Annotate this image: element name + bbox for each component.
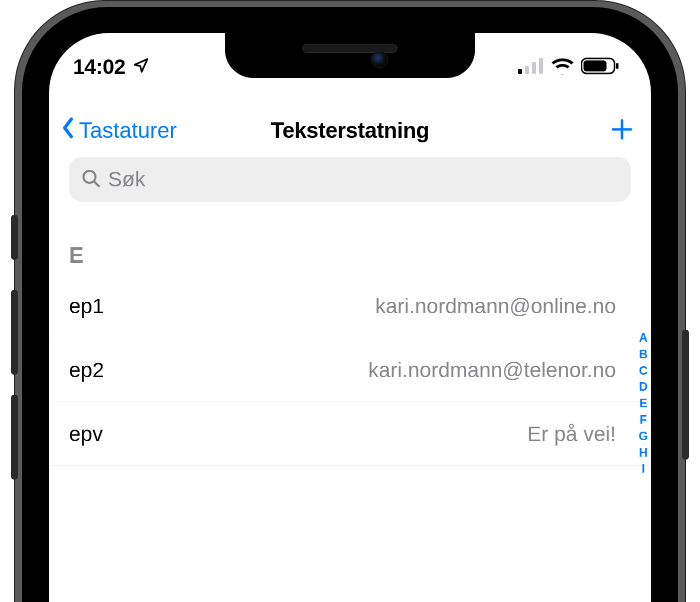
add-button[interactable]	[610, 117, 634, 143]
section-header: E	[49, 243, 651, 274]
volume-up-button	[11, 290, 18, 375]
index-letter[interactable]: E	[640, 396, 648, 411]
index-letter[interactable]: A	[639, 331, 648, 345]
svg-rect-1	[525, 66, 529, 74]
page-title: Teksterstatning	[271, 118, 430, 143]
index-letter[interactable]: F	[640, 413, 647, 427]
back-label: Tastaturer	[79, 118, 177, 143]
back-button[interactable]: Tastaturer	[60, 117, 177, 144]
mute-switch	[11, 215, 18, 260]
phrase-text: kari.nordmann@telenor.no	[368, 358, 616, 382]
search-icon	[81, 168, 101, 190]
svg-rect-6	[616, 63, 618, 69]
svg-rect-2	[532, 62, 536, 74]
search-field[interactable]	[69, 157, 631, 202]
shortcut-text: ep2	[69, 358, 104, 382]
wifi-icon	[551, 57, 574, 76]
index-letter[interactable]: H	[639, 446, 648, 460]
list-item[interactable]: ep2 kari.nordmann@telenor.no	[49, 338, 651, 402]
index-letter[interactable]: B	[639, 347, 648, 362]
index-letter[interactable]: G	[638, 429, 648, 444]
status-time: 14:02	[73, 55, 126, 79]
side-button	[682, 330, 689, 460]
replacement-list: E ep1 kari.nordmann@online.no ep2 kari.n…	[49, 243, 651, 466]
svg-line-10	[94, 181, 99, 186]
section-index[interactable]: A B C D E F G H I	[638, 331, 648, 476]
search-input[interactable]	[108, 167, 619, 191]
status-left: 14:02	[73, 55, 150, 79]
volume-down-button	[11, 395, 18, 480]
status-right	[518, 57, 619, 77]
phrase-text: Er på vei!	[528, 422, 616, 446]
svg-rect-0	[518, 69, 522, 74]
cellular-icon	[518, 58, 544, 76]
chevron-left-icon	[60, 117, 76, 144]
phrase-text: kari.nordmann@online.no	[375, 294, 616, 318]
shortcut-text: epv	[69, 422, 103, 446]
status-bar: 14:02	[49, 51, 651, 83]
location-icon	[132, 55, 150, 79]
index-letter[interactable]: D	[639, 380, 648, 394]
list-item[interactable]: epv Er på vei!	[49, 402, 651, 466]
index-letter[interactable]: I	[642, 462, 645, 476]
index-letter[interactable]: C	[639, 364, 648, 378]
nav-bar: Tastaturer Teksterstatning	[49, 108, 651, 153]
shortcut-text: ep1	[69, 294, 104, 318]
battery-icon	[581, 57, 619, 77]
list-item[interactable]: ep1 kari.nordmann@online.no	[49, 274, 651, 338]
svg-rect-3	[539, 58, 543, 74]
svg-rect-5	[584, 60, 606, 71]
screen: 14:02	[49, 33, 651, 602]
